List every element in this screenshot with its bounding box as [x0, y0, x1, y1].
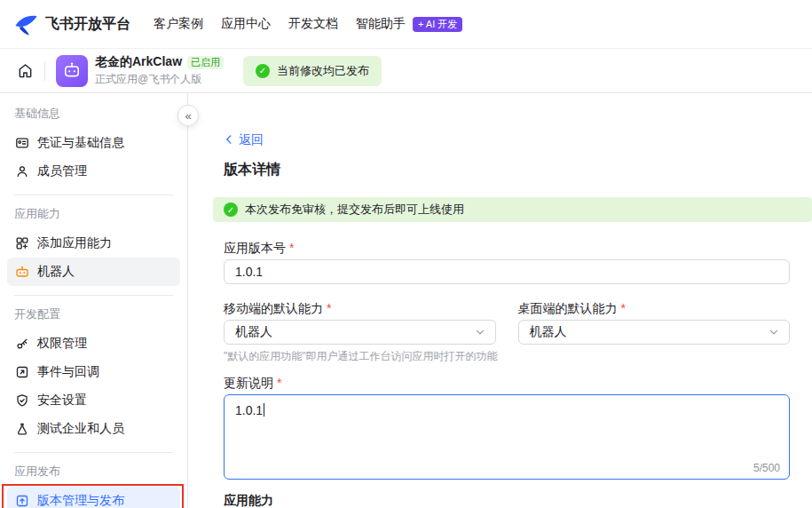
desktop-capability-label: 桌面端的默认能力*: [518, 302, 791, 315]
char-counter: 5/500: [753, 462, 780, 474]
sidebar-item-label: 安全设置: [37, 393, 87, 409]
version-input[interactable]: [224, 259, 790, 284]
required-asterisk: *: [289, 242, 294, 255]
publish-status-badge: ✓ 当前修改均已发布: [243, 56, 382, 86]
app-name: 老金的ArkClaw: [95, 54, 182, 70]
sidebar-item-label: 事件与回调: [37, 364, 99, 380]
back-link[interactable]: 返回: [224, 131, 264, 148]
top-navbar: 飞书开放平台 客户案例 应用中心 开发文档 智能助手 + AI 开发: [0, 0, 812, 49]
required-asterisk: *: [277, 377, 281, 390]
brand-title: 飞书开放平台: [45, 15, 130, 34]
sidebar-item-label: 成员管理: [37, 163, 87, 179]
robot-avatar-icon: [61, 60, 83, 82]
test-users-icon: [15, 422, 29, 436]
sidebar-item-test-users[interactable]: 测试企业和人员: [7, 415, 180, 443]
add-capability-icon: [15, 236, 29, 250]
nav-item-ai-assistant[interactable]: 智能助手: [356, 16, 406, 32]
feishu-logo-icon: [14, 12, 38, 36]
select-value: 机器人: [235, 324, 272, 340]
app-meta: 老金的ArkClaw 已启用 正式应用@飞书个人版: [95, 54, 224, 87]
sidebar-section-capabilities: 应用能力: [0, 195, 187, 229]
sidebar-item-security[interactable]: 安全设置: [7, 386, 180, 415]
sidebar-item-label: 添加应用能力: [37, 235, 112, 251]
notes-text: 1.0.1: [235, 403, 263, 417]
sidebar-section-release: 应用发布: [0, 453, 187, 487]
body: 基础信息 凭证与基础信息 成员管理 应用能力: [0, 93, 812, 508]
select-value: 机器人: [530, 324, 567, 340]
sidebar-item-members[interactable]: 成员管理: [7, 157, 180, 186]
capability-hint: "默认的应用功能"即用户通过工作台访问应用时打开的功能: [224, 351, 790, 362]
home-button[interactable]: [12, 59, 37, 83]
app-subtitle: 正式应用@飞书个人版: [95, 72, 224, 87]
banner-check-icon: ✓: [224, 202, 238, 217]
nav-items: 客户案例 应用中心 开发文档 智能助手 + AI 开发: [154, 16, 462, 32]
home-icon: [17, 62, 34, 79]
nav-item-app-center[interactable]: 应用中心: [221, 16, 271, 32]
sidebar-item-permissions[interactable]: 权限管理: [7, 329, 180, 358]
success-banner: ✓ 本次发布免审核，提交发布后即可上线使用: [213, 197, 812, 222]
enabled-badge: 已启用: [187, 56, 224, 69]
sidebar-item-version-release[interactable]: 版本管理与发布: [7, 487, 180, 508]
page-title: 版本详情: [224, 160, 790, 179]
events-icon: [15, 365, 29, 379]
section-title-capabilities: 应用能力: [224, 494, 790, 507]
security-icon: [15, 393, 29, 408]
members-icon: [15, 164, 29, 179]
notes-label: 更新说明*: [224, 377, 790, 390]
app-header: 老金的ArkClaw 已启用 正式应用@飞书个人版 ✓ 当前修改均已发布: [0, 49, 812, 93]
nav-item-dev-docs[interactable]: 开发文档: [288, 16, 338, 32]
chevron-down-icon: [768, 326, 780, 338]
back-chevron-icon: [224, 134, 234, 145]
mobile-capability-select[interactable]: 机器人: [224, 320, 496, 345]
check-icon: ✓: [256, 64, 270, 78]
header-divider: [44, 61, 45, 81]
main-content: 返回 版本详情 ✓ 本次发布免审核，提交发布后即可上线使用 应用版本号* 移动端…: [188, 93, 812, 508]
sidebar-section-basic-info: 基础信息: [0, 95, 187, 129]
sidebar-item-bot[interactable]: 机器人: [7, 258, 180, 286]
text-caret: [264, 403, 264, 417]
sidebar-item-label: 机器人: [37, 264, 75, 280]
version-release-wrap: 版本管理与发布: [0, 487, 187, 508]
desktop-capability-select[interactable]: 机器人: [518, 320, 791, 345]
required-asterisk: *: [621, 302, 626, 315]
permissions-icon: [15, 337, 29, 351]
collapse-sidebar-button[interactable]: «: [177, 105, 199, 126]
sidebar: 基础信息 凭证与基础信息 成员管理 应用能力: [0, 93, 188, 508]
sidebar-item-label: 测试企业和人员: [37, 421, 124, 437]
ai-dev-badge[interactable]: + AI 开发: [413, 17, 462, 32]
brand[interactable]: 飞书开放平台: [14, 12, 130, 36]
mobile-capability-label: 移动端的默认能力*: [224, 302, 496, 315]
version-release-icon: [15, 494, 29, 508]
sidebar-item-credentials[interactable]: 凭证与基础信息: [7, 129, 180, 157]
sidebar-item-add-capability[interactable]: 添加应用能力: [7, 229, 180, 258]
sidebar-item-label: 版本管理与发布: [37, 493, 124, 508]
nav-item-customer-cases[interactable]: 客户案例: [154, 16, 203, 32]
sidebar-item-label: 权限管理: [37, 336, 87, 352]
chevron-down-icon: [474, 326, 486, 338]
banner-text: 本次发布免审核，提交发布后即可上线使用: [245, 202, 464, 218]
back-label: 返回: [239, 131, 264, 148]
update-notes-textarea[interactable]: 1.0.1 5/500: [224, 394, 790, 480]
app-avatar: [56, 55, 88, 87]
publish-status-text: 当前修改均已发布: [277, 63, 369, 79]
collapse-icon: «: [185, 109, 191, 123]
sidebar-item-label: 凭证与基础信息: [37, 135, 124, 151]
version-label: 应用版本号*: [224, 242, 790, 255]
required-asterisk: *: [327, 302, 331, 315]
default-capability-row: 移动端的默认能力* 机器人 桌面端的默认能力* 机器人: [224, 302, 790, 345]
bot-icon: [15, 265, 29, 279]
sidebar-section-dev-config: 开发配置: [0, 296, 187, 329]
credentials-icon: [15, 136, 29, 150]
sidebar-item-events[interactable]: 事件与回调: [7, 358, 180, 386]
